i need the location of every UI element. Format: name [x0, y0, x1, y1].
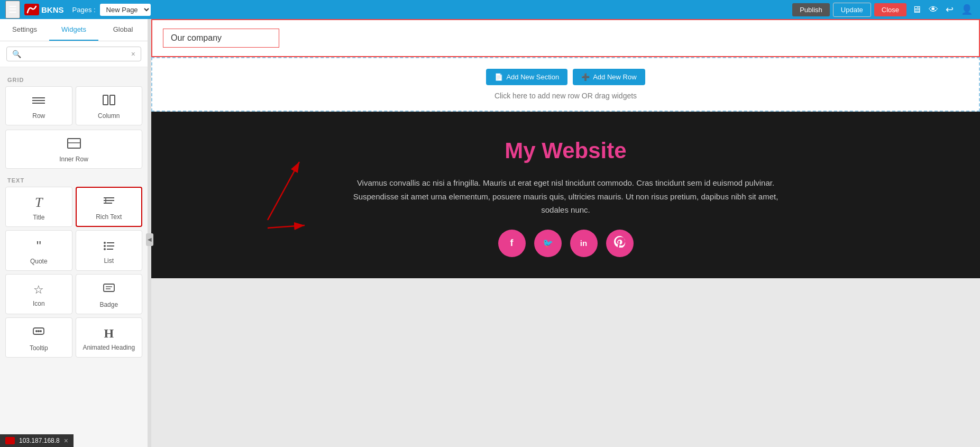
sidebar-tabs: Settings Widgets Global: [0, 19, 148, 41]
undo-button[interactable]: ↩: [944, 3, 956, 16]
widget-column-label: Column: [98, 112, 120, 120]
facebook-icon: f: [510, 238, 514, 249]
widget-tooltip[interactable]: Tooltip: [5, 317, 72, 358]
social-twitter-button[interactable]: 🐦: [534, 230, 562, 257]
widget-badge[interactable]: Badge: [76, 274, 143, 314]
add-new-row-button[interactable]: ➕ Add New Row: [573, 69, 645, 85]
widget-tooltip-label: Tooltip: [30, 344, 48, 352]
row-icon: [31, 94, 46, 109]
inner-row-icon: [67, 138, 81, 152]
animated-heading-icon: H: [104, 326, 114, 341]
pinterest-icon: [614, 236, 626, 250]
tooltip-icon: [32, 325, 45, 341]
widget-row-label: Row: [32, 112, 45, 120]
dark-section-body: Vivamus convallis ac nisi a fringilla. M…: [349, 176, 783, 217]
company-name-input[interactable]: [163, 29, 279, 48]
svg-point-11: [104, 242, 106, 244]
canvas-add-section-area: 📄 Add New Section ➕ Add New Row Click he…: [151, 57, 980, 112]
sidebar-widgets-content: GRID Row: [0, 67, 148, 447]
svg-rect-5: [68, 139, 80, 148]
widget-animated-heading-label: Animated Heading: [83, 344, 135, 351]
topbar-right-actions: Publish Update Close 🖥 👁 ↩ 👤: [792, 3, 975, 17]
svg-rect-4: [110, 95, 115, 105]
hamburger-menu-button[interactable]: ☰: [5, 1, 20, 19]
canvas-dark-section: My Website Vivamus convallis ac nisi a f…: [151, 112, 980, 278]
grid-inner-row: Inner Row: [5, 130, 142, 169]
twitter-icon: 🐦: [543, 238, 553, 248]
canvas-header-section: [151, 19, 980, 57]
update-button[interactable]: Update: [833, 3, 871, 17]
add-row-hint-text: Click here to add new row OR drag widget…: [494, 92, 637, 100]
canvas-area: 📄 Add New Section ➕ Add New Row Click he…: [151, 19, 980, 447]
add-section-icon: 📄: [494, 73, 503, 81]
title-icon: T: [35, 195, 42, 211]
ip-address: 103.187.168.8: [19, 437, 60, 444]
social-pinterest-button[interactable]: [606, 230, 634, 257]
text-section-label: TEXT: [5, 173, 142, 187]
icon-widget-icon: ☆: [33, 283, 44, 297]
widget-quote-label: Quote: [30, 258, 48, 265]
social-facebook-button[interactable]: f: [498, 230, 526, 257]
preview-button[interactable]: 👁: [927, 3, 940, 16]
widget-column[interactable]: Column: [76, 86, 143, 125]
topbar: ☰ BKNS Pages : New Page Publish Update C…: [0, 0, 980, 19]
user-button[interactable]: 👤: [959, 3, 975, 16]
desktop-view-button[interactable]: 🖥: [910, 3, 923, 16]
pages-dropdown[interactable]: New Page: [100, 4, 151, 16]
close-button[interactable]: Close: [874, 3, 906, 16]
sidebar-collapse-button[interactable]: ◀: [146, 233, 153, 246]
widget-title[interactable]: T Title: [5, 187, 72, 227]
widget-icon-label: Icon: [33, 300, 45, 307]
widget-icon[interactable]: ☆ Icon: [5, 274, 72, 314]
publish-button[interactable]: Publish: [792, 3, 830, 16]
tab-global[interactable]: Global: [98, 19, 148, 41]
tab-settings[interactable]: Settings: [0, 19, 49, 41]
svg-point-13: [104, 245, 106, 247]
quote-icon: ": [36, 238, 41, 254]
badge-icon: [102, 282, 116, 298]
bottombar-close-button[interactable]: ×: [64, 436, 68, 445]
rich-text-icon: [102, 195, 116, 210]
dark-section-title: My Website: [505, 138, 626, 163]
search-icon: 🔍: [12, 50, 21, 58]
grid-section-label: GRID: [5, 72, 142, 86]
brand-logo: BKNS: [24, 4, 64, 15]
sidebar-search-area: 🔍 ×: [0, 41, 148, 67]
widget-inner-row[interactable]: Inner Row: [5, 130, 142, 169]
widget-badge-label: Badge: [99, 301, 118, 308]
add-row-icon: ➕: [581, 73, 590, 81]
tab-widgets[interactable]: Widgets: [49, 19, 98, 41]
widget-quote[interactable]: " Quote: [5, 230, 72, 271]
widget-list[interactable]: List: [76, 230, 143, 271]
logo-icon: [24, 4, 39, 15]
widget-row[interactable]: Row: [5, 86, 72, 125]
add-section-buttons: 📄 Add New Section ➕ Add New Row: [486, 69, 645, 85]
widget-animated-heading[interactable]: H Animated Heading: [76, 317, 143, 358]
svg-rect-3: [103, 95, 108, 105]
text-widgets: T Title Rich Text ": [5, 187, 142, 358]
column-icon: [102, 94, 116, 109]
pages-label: Pages :: [72, 6, 96, 14]
widget-rich-text-label: Rich Text: [96, 213, 122, 221]
bottombar: 103.187.168.8 ×: [0, 434, 74, 447]
search-clear-icon[interactable]: ×: [131, 50, 135, 58]
social-linkedin-button[interactable]: in: [570, 230, 598, 257]
sidebar: Settings Widgets Global 🔍 × GRID: [0, 19, 148, 447]
grid-widgets: Row Column: [5, 86, 142, 125]
widget-rich-text[interactable]: Rich Text: [76, 187, 143, 227]
search-input[interactable]: [24, 50, 128, 58]
flag-icon: [5, 437, 15, 444]
add-new-section-button[interactable]: 📄 Add New Section: [486, 69, 567, 85]
social-icons: f 🐦 in: [498, 230, 634, 257]
linkedin-icon: in: [580, 239, 587, 248]
search-box: 🔍 ×: [6, 47, 141, 61]
list-icon: [102, 239, 116, 254]
svg-rect-17: [104, 284, 114, 291]
logo-text: BKNS: [41, 5, 64, 14]
svg-point-22: [38, 330, 40, 332]
main-layout: Settings Widgets Global 🔍 × GRID: [0, 19, 980, 447]
widget-inner-row-label: Inner Row: [59, 156, 88, 163]
svg-point-21: [35, 330, 38, 332]
svg-point-15: [104, 248, 106, 250]
widget-list-label: List: [104, 257, 114, 264]
